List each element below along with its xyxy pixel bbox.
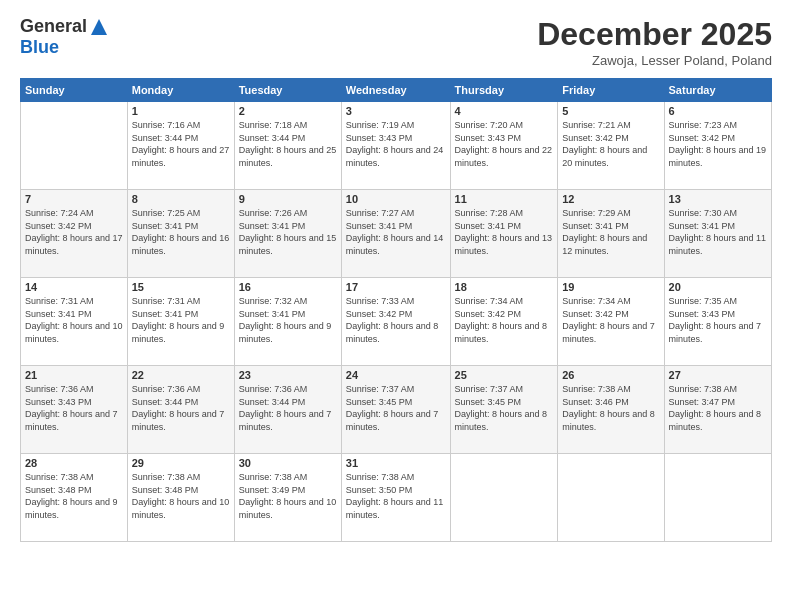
day-info: Sunrise: 7:38 AMSunset: 3:46 PMDaylight:…: [562, 383, 659, 433]
day-number: 14: [25, 281, 123, 293]
day-number: 7: [25, 193, 123, 205]
day-info: Sunrise: 7:31 AMSunset: 3:41 PMDaylight:…: [132, 295, 230, 345]
day-info: Sunrise: 7:38 AMSunset: 3:48 PMDaylight:…: [132, 471, 230, 521]
calendar-cell: 9Sunrise: 7:26 AMSunset: 3:41 PMDaylight…: [234, 190, 341, 278]
day-info: Sunrise: 7:23 AMSunset: 3:42 PMDaylight:…: [669, 119, 767, 169]
day-info: Sunrise: 7:24 AMSunset: 3:42 PMDaylight:…: [25, 207, 123, 257]
day-number: 21: [25, 369, 123, 381]
calendar-cell: 24Sunrise: 7:37 AMSunset: 3:45 PMDayligh…: [341, 366, 450, 454]
day-number: 18: [455, 281, 554, 293]
calendar-week-4: 28Sunrise: 7:38 AMSunset: 3:48 PMDayligh…: [21, 454, 772, 542]
calendar-cell: 10Sunrise: 7:27 AMSunset: 3:41 PMDayligh…: [341, 190, 450, 278]
col-friday: Friday: [558, 79, 664, 102]
day-number: 13: [669, 193, 767, 205]
day-info: Sunrise: 7:38 AMSunset: 3:48 PMDaylight:…: [25, 471, 123, 521]
calendar-cell: 4Sunrise: 7:20 AMSunset: 3:43 PMDaylight…: [450, 102, 558, 190]
page-container: General Blue December 2025 Zawoja, Lesse…: [0, 0, 792, 612]
day-info: Sunrise: 7:36 AMSunset: 3:44 PMDaylight:…: [132, 383, 230, 433]
logo-blue-text: Blue: [20, 37, 59, 58]
day-info: Sunrise: 7:30 AMSunset: 3:41 PMDaylight:…: [669, 207, 767, 257]
calendar-cell: 8Sunrise: 7:25 AMSunset: 3:41 PMDaylight…: [127, 190, 234, 278]
day-number: 8: [132, 193, 230, 205]
day-info: Sunrise: 7:19 AMSunset: 3:43 PMDaylight:…: [346, 119, 446, 169]
header: General Blue December 2025 Zawoja, Lesse…: [20, 16, 772, 68]
calendar-cell: 5Sunrise: 7:21 AMSunset: 3:42 PMDaylight…: [558, 102, 664, 190]
day-number: 29: [132, 457, 230, 469]
day-info: Sunrise: 7:37 AMSunset: 3:45 PMDaylight:…: [455, 383, 554, 433]
day-info: Sunrise: 7:27 AMSunset: 3:41 PMDaylight:…: [346, 207, 446, 257]
calendar-cell: 20Sunrise: 7:35 AMSunset: 3:43 PMDayligh…: [664, 278, 771, 366]
calendar-cell: 1Sunrise: 7:16 AMSunset: 3:44 PMDaylight…: [127, 102, 234, 190]
calendar-cell: 13Sunrise: 7:30 AMSunset: 3:41 PMDayligh…: [664, 190, 771, 278]
col-wednesday: Wednesday: [341, 79, 450, 102]
day-number: 20: [669, 281, 767, 293]
calendar-week-3: 21Sunrise: 7:36 AMSunset: 3:43 PMDayligh…: [21, 366, 772, 454]
day-number: 25: [455, 369, 554, 381]
calendar-cell: 7Sunrise: 7:24 AMSunset: 3:42 PMDaylight…: [21, 190, 128, 278]
day-info: Sunrise: 7:34 AMSunset: 3:42 PMDaylight:…: [562, 295, 659, 345]
day-number: 2: [239, 105, 337, 117]
day-info: Sunrise: 7:38 AMSunset: 3:50 PMDaylight:…: [346, 471, 446, 521]
col-thursday: Thursday: [450, 79, 558, 102]
calendar-cell: 29Sunrise: 7:38 AMSunset: 3:48 PMDayligh…: [127, 454, 234, 542]
calendar-cell: 25Sunrise: 7:37 AMSunset: 3:45 PMDayligh…: [450, 366, 558, 454]
day-info: Sunrise: 7:20 AMSunset: 3:43 PMDaylight:…: [455, 119, 554, 169]
calendar-cell: 22Sunrise: 7:36 AMSunset: 3:44 PMDayligh…: [127, 366, 234, 454]
day-number: 10: [346, 193, 446, 205]
day-info: Sunrise: 7:31 AMSunset: 3:41 PMDaylight:…: [25, 295, 123, 345]
day-info: Sunrise: 7:38 AMSunset: 3:49 PMDaylight:…: [239, 471, 337, 521]
calendar-cell: 30Sunrise: 7:38 AMSunset: 3:49 PMDayligh…: [234, 454, 341, 542]
calendar-header-row: Sunday Monday Tuesday Wednesday Thursday…: [21, 79, 772, 102]
calendar-cell: 17Sunrise: 7:33 AMSunset: 3:42 PMDayligh…: [341, 278, 450, 366]
day-info: Sunrise: 7:28 AMSunset: 3:41 PMDaylight:…: [455, 207, 554, 257]
calendar-week-0: 1Sunrise: 7:16 AMSunset: 3:44 PMDaylight…: [21, 102, 772, 190]
day-info: Sunrise: 7:18 AMSunset: 3:44 PMDaylight:…: [239, 119, 337, 169]
day-number: 27: [669, 369, 767, 381]
col-monday: Monday: [127, 79, 234, 102]
day-info: Sunrise: 7:35 AMSunset: 3:43 PMDaylight:…: [669, 295, 767, 345]
day-info: Sunrise: 7:37 AMSunset: 3:45 PMDaylight:…: [346, 383, 446, 433]
calendar-cell: 19Sunrise: 7:34 AMSunset: 3:42 PMDayligh…: [558, 278, 664, 366]
day-number: 15: [132, 281, 230, 293]
calendar-cell: [21, 102, 128, 190]
day-info: Sunrise: 7:38 AMSunset: 3:47 PMDaylight:…: [669, 383, 767, 433]
calendar-cell: 2Sunrise: 7:18 AMSunset: 3:44 PMDaylight…: [234, 102, 341, 190]
day-number: 11: [455, 193, 554, 205]
day-info: Sunrise: 7:32 AMSunset: 3:41 PMDaylight:…: [239, 295, 337, 345]
calendar-cell: 14Sunrise: 7:31 AMSunset: 3:41 PMDayligh…: [21, 278, 128, 366]
logo: General Blue: [20, 16, 109, 58]
day-number: 16: [239, 281, 337, 293]
day-info: Sunrise: 7:36 AMSunset: 3:44 PMDaylight:…: [239, 383, 337, 433]
calendar-table: Sunday Monday Tuesday Wednesday Thursday…: [20, 78, 772, 542]
day-number: 9: [239, 193, 337, 205]
day-number: 5: [562, 105, 659, 117]
logo-general-text: General: [20, 16, 87, 37]
calendar-cell: 12Sunrise: 7:29 AMSunset: 3:41 PMDayligh…: [558, 190, 664, 278]
day-number: 23: [239, 369, 337, 381]
location: Zawoja, Lesser Poland, Poland: [537, 53, 772, 68]
svg-marker-0: [91, 19, 107, 35]
day-info: Sunrise: 7:26 AMSunset: 3:41 PMDaylight:…: [239, 207, 337, 257]
month-title: December 2025: [537, 16, 772, 53]
calendar-cell: 15Sunrise: 7:31 AMSunset: 3:41 PMDayligh…: [127, 278, 234, 366]
day-number: 24: [346, 369, 446, 381]
calendar-cell: 18Sunrise: 7:34 AMSunset: 3:42 PMDayligh…: [450, 278, 558, 366]
calendar-cell: 27Sunrise: 7:38 AMSunset: 3:47 PMDayligh…: [664, 366, 771, 454]
day-info: Sunrise: 7:21 AMSunset: 3:42 PMDaylight:…: [562, 119, 659, 169]
col-tuesday: Tuesday: [234, 79, 341, 102]
title-section: December 2025 Zawoja, Lesser Poland, Pol…: [537, 16, 772, 68]
calendar-cell: [664, 454, 771, 542]
day-number: 4: [455, 105, 554, 117]
calendar-cell: [558, 454, 664, 542]
day-number: 22: [132, 369, 230, 381]
calendar-cell: 3Sunrise: 7:19 AMSunset: 3:43 PMDaylight…: [341, 102, 450, 190]
calendar-cell: 21Sunrise: 7:36 AMSunset: 3:43 PMDayligh…: [21, 366, 128, 454]
day-number: 26: [562, 369, 659, 381]
day-number: 6: [669, 105, 767, 117]
calendar-cell: 26Sunrise: 7:38 AMSunset: 3:46 PMDayligh…: [558, 366, 664, 454]
calendar-cell: [450, 454, 558, 542]
day-number: 12: [562, 193, 659, 205]
calendar-cell: 16Sunrise: 7:32 AMSunset: 3:41 PMDayligh…: [234, 278, 341, 366]
day-number: 31: [346, 457, 446, 469]
calendar-week-2: 14Sunrise: 7:31 AMSunset: 3:41 PMDayligh…: [21, 278, 772, 366]
